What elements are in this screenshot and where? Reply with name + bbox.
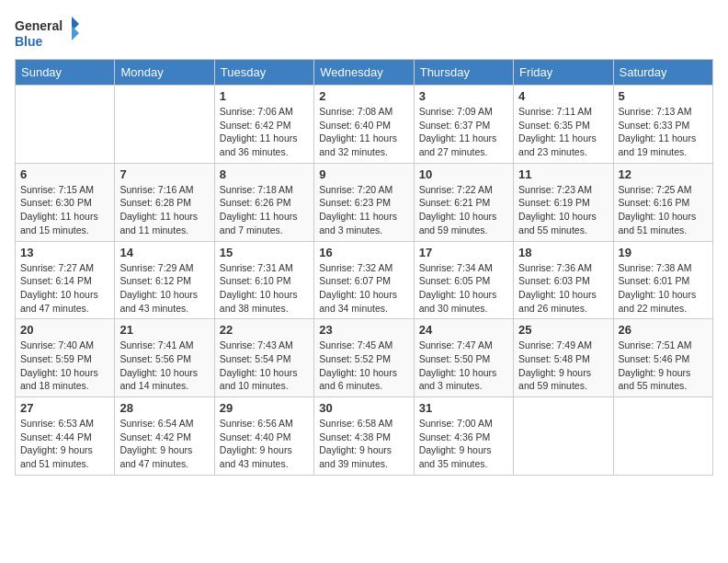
logo-svg: General Blue <box>15 15 79 52</box>
calendar-cell: 15Sunrise: 7:31 AM Sunset: 6:10 PM Dayli… <box>214 241 313 319</box>
day-info: Sunrise: 7:25 AM Sunset: 6:16 PM Dayligh… <box>619 183 708 237</box>
day-info: Sunrise: 7:13 AM Sunset: 6:33 PM Dayligh… <box>619 105 708 159</box>
day-info: Sunrise: 7:16 AM Sunset: 6:28 PM Dayligh… <box>119 183 209 237</box>
day-number: 20 <box>20 323 109 337</box>
calendar-table: SundayMondayTuesdayWednesdayThursdayFrid… <box>15 59 713 476</box>
day-info: Sunrise: 7:27 AM Sunset: 6:14 PM Dayligh… <box>20 261 109 316</box>
page-header: General Blue <box>15 15 713 52</box>
calendar-cell: 16Sunrise: 7:32 AM Sunset: 6:07 PM Dayli… <box>314 241 414 319</box>
calendar-cell: 23Sunrise: 7:45 AM Sunset: 5:52 PM Dayli… <box>314 319 414 397</box>
calendar-cell: 25Sunrise: 7:49 AM Sunset: 5:48 PM Dayli… <box>514 319 613 397</box>
day-number: 13 <box>20 246 109 259</box>
calendar-cell: 26Sunrise: 7:51 AM Sunset: 5:46 PM Dayli… <box>613 319 712 397</box>
day-info: Sunrise: 7:29 AM Sunset: 6:12 PM Dayligh… <box>119 261 209 316</box>
day-info: Sunrise: 7:00 AM Sunset: 4:36 PM Dayligh… <box>419 417 508 471</box>
calendar-cell: 31Sunrise: 7:00 AM Sunset: 4:36 PM Dayli… <box>414 397 513 476</box>
day-info: Sunrise: 7:32 AM Sunset: 6:07 PM Dayligh… <box>319 261 408 316</box>
day-info: Sunrise: 7:38 AM Sunset: 6:01 PM Dayligh… <box>619 261 708 316</box>
calendar-cell: 1Sunrise: 7:06 AM Sunset: 6:42 PM Daylig… <box>214 86 313 164</box>
calendar-cell <box>613 397 712 476</box>
calendar-cell: 11Sunrise: 7:23 AM Sunset: 6:19 PM Dayli… <box>514 163 613 241</box>
day-info: Sunrise: 7:36 AM Sunset: 6:03 PM Dayligh… <box>518 261 608 316</box>
day-number: 30 <box>319 401 408 415</box>
calendar-cell: 10Sunrise: 7:22 AM Sunset: 6:21 PM Dayli… <box>414 163 513 241</box>
calendar-week-row: 13Sunrise: 7:27 AM Sunset: 6:14 PM Dayli… <box>16 241 713 319</box>
day-number: 25 <box>518 323 608 337</box>
day-number: 6 <box>20 167 109 181</box>
calendar-cell: 17Sunrise: 7:34 AM Sunset: 6:05 PM Dayli… <box>414 241 513 319</box>
calendar-cell: 30Sunrise: 6:58 AM Sunset: 4:38 PM Dayli… <box>314 397 414 476</box>
day-number: 7 <box>119 167 209 181</box>
day-info: Sunrise: 6:53 AM Sunset: 4:44 PM Dayligh… <box>20 417 109 471</box>
calendar-cell: 4Sunrise: 7:11 AM Sunset: 6:35 PM Daylig… <box>514 86 613 164</box>
calendar-week-row: 6Sunrise: 7:15 AM Sunset: 6:30 PM Daylig… <box>16 163 713 241</box>
day-info: Sunrise: 7:06 AM Sunset: 6:42 PM Dayligh… <box>220 105 309 159</box>
day-info: Sunrise: 7:11 AM Sunset: 6:35 PM Dayligh… <box>518 105 608 159</box>
day-info: Sunrise: 7:40 AM Sunset: 5:59 PM Dayligh… <box>20 339 109 393</box>
calendar-cell: 24Sunrise: 7:47 AM Sunset: 5:50 PM Dayli… <box>414 319 513 397</box>
day-info: Sunrise: 7:09 AM Sunset: 6:37 PM Dayligh… <box>419 105 508 159</box>
day-number: 28 <box>119 401 209 415</box>
day-number: 3 <box>419 89 508 103</box>
calendar-cell <box>514 397 613 476</box>
day-number: 16 <box>319 246 408 259</box>
column-header-friday: Friday <box>514 60 613 86</box>
day-number: 9 <box>319 167 408 181</box>
calendar-cell: 27Sunrise: 6:53 AM Sunset: 4:44 PM Dayli… <box>16 397 115 476</box>
day-number: 26 <box>619 323 708 337</box>
day-number: 22 <box>220 323 309 337</box>
calendar-cell: 2Sunrise: 7:08 AM Sunset: 6:40 PM Daylig… <box>314 86 414 164</box>
calendar-cell: 28Sunrise: 6:54 AM Sunset: 4:42 PM Dayli… <box>115 397 214 476</box>
day-number: 4 <box>518 89 608 103</box>
calendar-cell: 6Sunrise: 7:15 AM Sunset: 6:30 PM Daylig… <box>16 163 115 241</box>
day-number: 19 <box>619 246 708 259</box>
day-number: 11 <box>518 167 608 181</box>
day-info: Sunrise: 7:43 AM Sunset: 5:54 PM Dayligh… <box>220 339 309 393</box>
day-number: 8 <box>220 167 309 181</box>
calendar-cell: 14Sunrise: 7:29 AM Sunset: 6:12 PM Dayli… <box>115 241 214 319</box>
day-number: 23 <box>319 323 408 337</box>
day-number: 31 <box>419 401 508 415</box>
day-info: Sunrise: 7:18 AM Sunset: 6:26 PM Dayligh… <box>220 183 309 237</box>
calendar-cell: 3Sunrise: 7:09 AM Sunset: 6:37 PM Daylig… <box>414 86 513 164</box>
day-info: Sunrise: 7:49 AM Sunset: 5:48 PM Dayligh… <box>518 339 608 393</box>
day-number: 1 <box>220 89 309 103</box>
day-number: 15 <box>220 246 309 259</box>
column-header-tuesday: Tuesday <box>214 60 313 86</box>
calendar-cell: 22Sunrise: 7:43 AM Sunset: 5:54 PM Dayli… <box>214 319 313 397</box>
calendar-cell: 5Sunrise: 7:13 AM Sunset: 6:33 PM Daylig… <box>613 86 712 164</box>
calendar-cell: 19Sunrise: 7:38 AM Sunset: 6:01 PM Dayli… <box>613 241 712 319</box>
column-header-wednesday: Wednesday <box>314 60 414 86</box>
column-header-saturday: Saturday <box>613 60 712 86</box>
day-number: 5 <box>619 89 708 103</box>
day-number: 27 <box>20 401 109 415</box>
day-info: Sunrise: 7:41 AM Sunset: 5:56 PM Dayligh… <box>119 339 209 393</box>
day-number: 14 <box>119 246 209 259</box>
day-info: Sunrise: 7:51 AM Sunset: 5:46 PM Dayligh… <box>619 339 708 393</box>
day-number: 17 <box>419 246 508 259</box>
day-info: Sunrise: 7:20 AM Sunset: 6:23 PM Dayligh… <box>319 183 408 237</box>
calendar-week-row: 27Sunrise: 6:53 AM Sunset: 4:44 PM Dayli… <box>16 397 713 476</box>
day-info: Sunrise: 7:23 AM Sunset: 6:19 PM Dayligh… <box>518 183 608 237</box>
svg-text:Blue: Blue <box>15 34 43 49</box>
day-number: 24 <box>419 323 508 337</box>
day-info: Sunrise: 6:58 AM Sunset: 4:38 PM Dayligh… <box>319 417 408 471</box>
day-number: 10 <box>419 167 508 181</box>
calendar-cell: 8Sunrise: 7:18 AM Sunset: 6:26 PM Daylig… <box>214 163 313 241</box>
day-info: Sunrise: 7:15 AM Sunset: 6:30 PM Dayligh… <box>20 183 109 237</box>
day-info: Sunrise: 6:54 AM Sunset: 4:42 PM Dayligh… <box>119 417 209 471</box>
calendar-cell: 29Sunrise: 6:56 AM Sunset: 4:40 PM Dayli… <box>214 397 313 476</box>
calendar-cell: 7Sunrise: 7:16 AM Sunset: 6:28 PM Daylig… <box>115 163 214 241</box>
day-number: 18 <box>518 246 608 259</box>
day-info: Sunrise: 7:31 AM Sunset: 6:10 PM Dayligh… <box>220 261 309 316</box>
day-number: 29 <box>220 401 309 415</box>
column-header-sunday: Sunday <box>16 60 115 86</box>
calendar-header-row: SundayMondayTuesdayWednesdayThursdayFrid… <box>16 60 713 86</box>
day-info: Sunrise: 7:34 AM Sunset: 6:05 PM Dayligh… <box>419 261 508 316</box>
svg-marker-3 <box>72 26 79 40</box>
day-number: 12 <box>619 167 708 181</box>
day-info: Sunrise: 7:47 AM Sunset: 5:50 PM Dayligh… <box>419 339 508 393</box>
logo: General Blue <box>15 15 79 52</box>
calendar-body: 1Sunrise: 7:06 AM Sunset: 6:42 PM Daylig… <box>16 86 713 476</box>
calendar-cell <box>16 86 115 164</box>
